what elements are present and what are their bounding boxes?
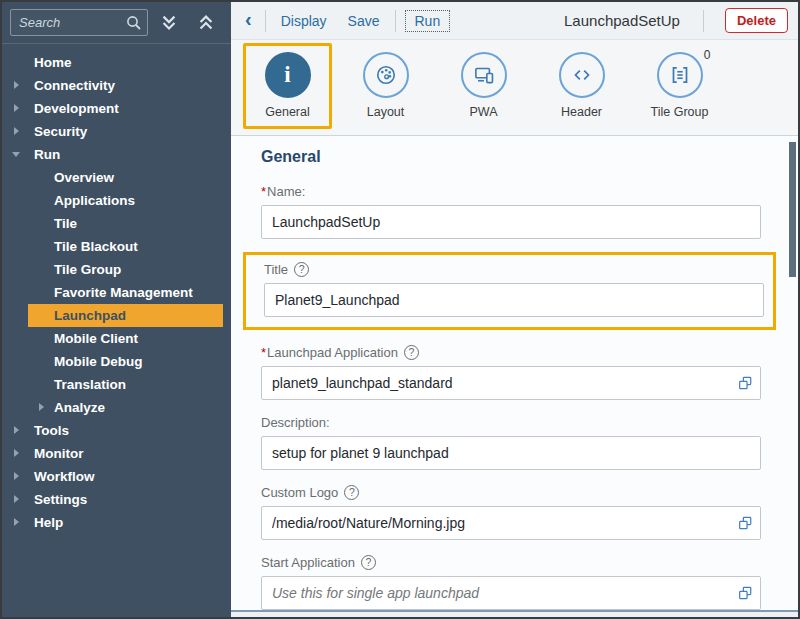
tab-header[interactable]: Header [537, 43, 626, 129]
chevron-right-icon[interactable] [14, 449, 19, 457]
chevron-right-icon[interactable] [14, 472, 19, 480]
sidebar-item-label: Development [34, 101, 119, 116]
label-text: Title [264, 262, 288, 277]
tab-pwa[interactable]: PWA [439, 43, 528, 129]
label-text: Custom Logo [261, 485, 338, 500]
sidebar-item-settings[interactable]: Settings [2, 488, 231, 511]
sidebar-item-applications[interactable]: Applications [2, 189, 231, 212]
tile-group-count-badge: 0 [704, 48, 711, 62]
app-window: Home Connectivity Development Security R… [0, 0, 800, 619]
label-text: Launchpad Application [267, 345, 398, 360]
toolbar-separator [265, 10, 266, 32]
sidebar-item-tile[interactable]: Tile [2, 212, 231, 235]
sidebar-item-tile-blackout[interactable]: Tile Blackout [2, 235, 231, 258]
sidebar-item-label: Mobile Client [54, 331, 138, 346]
field-label: *Name: [261, 182, 758, 200]
help-icon[interactable]: ? [361, 555, 376, 570]
sidebar-item-label: Tile [54, 216, 77, 231]
tab-label: Header [561, 105, 602, 119]
sidebar-item-development[interactable]: Development [2, 97, 231, 120]
tab-label: General [265, 105, 309, 119]
tab-tile-group[interactable]: 0 Tile Group [635, 43, 724, 129]
help-icon[interactable]: ? [404, 345, 419, 360]
start-application-field: Start Application? [261, 553, 758, 610]
tab-layout[interactable]: Layout [341, 43, 430, 129]
sidebar: Home Connectivity Development Security R… [2, 2, 231, 617]
sidebar-item-label: Monitor [34, 446, 84, 461]
save-button[interactable]: Save [342, 11, 386, 31]
required-marker: * [261, 345, 266, 360]
start-application-input[interactable] [261, 576, 761, 610]
chevron-right-icon[interactable] [14, 518, 19, 526]
help-icon[interactable]: ? [344, 485, 359, 500]
search-icon[interactable] [125, 14, 143, 36]
tab-label: Tile Group [651, 105, 709, 119]
sidebar-item-tile-group[interactable]: Tile Group [2, 258, 231, 281]
chevron-right-icon[interactable] [14, 426, 19, 434]
sidebar-item-mobile-client[interactable]: Mobile Client [2, 327, 231, 350]
sidebar-item-label: Launchpad [54, 308, 126, 323]
form-content: General *Name: Title? *Launchpad Applica… [231, 136, 798, 610]
name-field: *Name: [261, 182, 758, 239]
sidebar-item-label: Overview [54, 170, 114, 185]
value-help-icon[interactable] [730, 507, 760, 539]
tab-label: Layout [367, 105, 405, 119]
sidebar-item-home[interactable]: Home [2, 51, 231, 74]
sidebar-item-run[interactable]: Run [2, 143, 231, 166]
sidebar-item-label: Applications [54, 193, 135, 208]
custom-logo-input[interactable] [261, 506, 761, 540]
toolbar: ‹ Display Save Run LaunchpadSetUp Delete [231, 2, 798, 40]
name-input[interactable] [261, 205, 761, 239]
run-button[interactable]: Run [405, 10, 451, 32]
sidebar-item-security[interactable]: Security [2, 120, 231, 143]
code-brackets-icon [559, 52, 605, 98]
sidebar-item-label: Tile Group [54, 262, 121, 277]
palette-icon [363, 52, 409, 98]
sidebar-item-translation[interactable]: Translation [2, 373, 231, 396]
delete-button[interactable]: Delete [725, 8, 788, 33]
section-heading: General [261, 148, 758, 166]
field-label: Title? [264, 260, 764, 278]
sidebar-item-label: Analyze [54, 400, 105, 415]
tab-general[interactable]: i General [243, 43, 332, 129]
sidebar-item-connectivity[interactable]: Connectivity [2, 74, 231, 97]
chevron-right-icon[interactable] [14, 81, 19, 89]
tab-label: PWA [469, 105, 497, 119]
expand-all-icon[interactable] [190, 13, 224, 33]
sidebar-item-tools[interactable]: Tools [2, 419, 231, 442]
sidebar-item-workflow[interactable]: Workflow [2, 465, 231, 488]
chevron-right-icon[interactable] [39, 403, 44, 411]
vertical-scrollbar[interactable] [789, 142, 796, 277]
title-field: Title? [264, 260, 764, 317]
sidebar-item-mobile-debug[interactable]: Mobile Debug [2, 350, 231, 373]
chevron-down-icon[interactable] [12, 152, 20, 157]
title-input[interactable] [264, 283, 764, 317]
description-input[interactable] [261, 436, 761, 470]
sidebar-item-analyze[interactable]: Analyze [2, 396, 231, 419]
sidebar-item-label: Security [34, 124, 87, 139]
sidebar-item-label: Favorite Management [54, 285, 193, 300]
help-icon[interactable]: ? [294, 262, 309, 277]
back-icon[interactable]: ‹ [241, 9, 256, 32]
sidebar-item-overview[interactable]: Overview [2, 166, 231, 189]
launchpad-application-field: *Launchpad Application? [261, 343, 758, 400]
page-title: LaunchpadSetUp [564, 12, 694, 29]
chevron-right-icon[interactable] [14, 495, 19, 503]
sidebar-item-launchpad[interactable]: Launchpad [28, 304, 223, 327]
value-help-icon[interactable] [730, 367, 760, 399]
launchpad-application-input[interactable] [261, 366, 761, 400]
sidebar-item-label: Workflow [34, 469, 95, 484]
display-button[interactable]: Display [275, 11, 333, 31]
chevron-right-icon[interactable] [14, 104, 19, 112]
value-help-icon[interactable] [730, 577, 760, 609]
sidebar-item-label: Tile Blackout [54, 239, 138, 254]
sidebar-search-row [2, 2, 231, 44]
sidebar-item-label: Tools [34, 423, 69, 438]
sidebar-item-monitor[interactable]: Monitor [2, 442, 231, 465]
sidebar-item-help[interactable]: Help [2, 511, 231, 534]
field-label: *Launchpad Application? [261, 343, 758, 361]
chevron-right-icon[interactable] [14, 127, 19, 135]
collapse-all-icon[interactable] [152, 13, 186, 33]
search-box[interactable] [10, 9, 148, 36]
sidebar-item-favorite-management[interactable]: Favorite Management [2, 281, 231, 304]
